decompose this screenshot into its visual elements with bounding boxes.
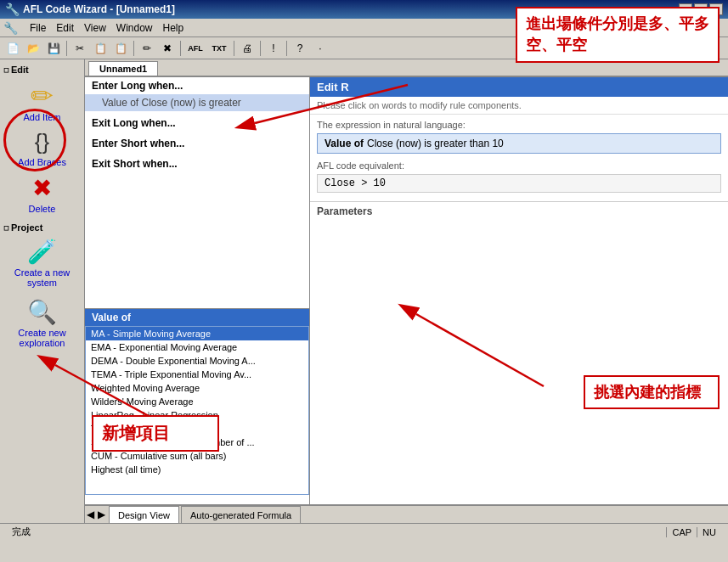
callout-bottom-left: 新增項目 [92,415,219,452]
menu-help[interactable]: Help [158,20,189,36]
sidebar-item-add-item[interactable]: ✏ Add Item [4,76,81,126]
status-right: CAP NU [666,527,721,537]
menu-view[interactable]: View [79,20,111,36]
right-panel: Edit R Please click on words to modify r… [310,77,728,504]
section-edit-triangle: ◻ [3,66,9,74]
value-item-tema[interactable]: TEMA - Triple Exponential Moving Av... [86,368,308,381]
toolbar-sep-5 [260,41,261,56]
menu-edit[interactable]: Edit [51,20,79,36]
section-project-triangle: ◻ [3,224,9,232]
tree-exit-long[interactable]: Exit Long when... [85,115,309,132]
braces-icon: {} [35,129,49,155]
menu-app-icon: 🔧 [3,21,18,35]
copy-button[interactable]: 📋 [91,40,110,57]
window-title: AFL Code Wizard - [Unnamed1] [23,3,175,15]
callout-bottom-right: 挑選內建的指標 [584,375,720,409]
expression-bold-part: Value of [324,138,364,149]
section-project-label: Project [11,222,42,233]
tab-auto-formula[interactable]: Auto-generated Formula [181,506,301,523]
help-button[interactable]: ? [291,40,309,57]
tree-enter-long[interactable]: Enter Long when... [85,77,309,94]
value-item-ema[interactable]: EMA - Exponential Moving Average [86,340,308,354]
flask-icon: 🧪 [27,238,57,266]
tab-design-view[interactable]: Design View [109,506,179,523]
toolbar-sep-1 [66,41,67,56]
value-item-ma[interactable]: MA - Simple Moving Average [86,327,308,340]
menu-window[interactable]: Window [111,20,158,36]
edit-rule-subtitle: Please click on words to modify rule com… [310,97,728,115]
add-item-label: Add Item [23,112,60,122]
tab-unnamed1[interactable]: Unnamed1 [88,61,158,76]
app-icon: 🔧 [5,3,20,16]
search-icon: 🔍 [27,298,57,326]
section-project-header: ◻ Project [0,221,84,234]
value-item-wma[interactable]: Weighted Moving Average [86,381,308,395]
tree-value-close[interactable]: Value of Close (now) is greater [85,94,309,111]
open-button[interactable]: 📂 [24,40,42,57]
status-cap: CAP [666,527,697,537]
content-area: Unnamed1 Enter Long when... Value of Clo… [85,59,728,523]
expression-rest: Close (now) is greater than 10 [367,138,504,149]
delete-button[interactable]: ✖ [158,40,177,57]
section-edit-header: ◻ Edit [0,63,84,76]
afl-box: Close > 10 [317,174,721,193]
pen-button[interactable]: ✏ [138,40,156,57]
menu-file[interactable]: File [25,20,51,36]
tab-unnamed1-label: Unnamed1 [99,64,147,74]
print-button[interactable]: 🖨 [238,40,257,57]
txt-button[interactable]: TXT [208,40,230,57]
sidebar-item-new-exploration[interactable]: 🔍 Create new exploration [4,295,81,351]
toolbar-sep-3 [180,41,181,56]
parameters-label: Parameters [317,205,372,217]
afl-button[interactable]: AFL [184,40,206,57]
value-list-header: Value of [85,309,309,326]
afl-label: AFL code equivalent: [310,155,728,172]
add-braces-label: Add Braces [18,157,66,167]
exclaim-button[interactable]: ! [264,40,283,57]
sidebar-item-new-system[interactable]: 🧪 Create a new system [4,234,81,291]
edit-rule-header: Edit R [310,77,728,97]
status-bar: 完成 CAP NU [0,523,728,540]
tab-nav-prev[interactable]: ◀ [87,509,94,520]
dot-button[interactable]: · [311,40,330,57]
paste-button[interactable]: 📋 [111,40,130,57]
tab-nav-next[interactable]: ▶ [98,509,105,520]
delete-label: Delete [29,204,56,214]
sidebar-item-delete[interactable]: ✖ Delete [4,171,81,217]
callout-top-right: 進出場條件分別是多、平多空、平空 [516,7,720,63]
pencil-icon: ✏ [31,81,54,111]
tree-enter-short[interactable]: Enter Short when... [85,135,309,152]
bottom-tabs: ◀ ▶ Design View Auto-generated Formula [85,504,728,523]
value-list[interactable]: MA - Simple Moving Average EMA - Exponen… [85,326,309,495]
toolbar-sep-2 [133,41,134,56]
status-text: 完成 [7,525,36,538]
value-item-dema[interactable]: DEMA - Double Exponential Moving A... [86,354,308,368]
toolbar-sep-6 [286,41,287,56]
delete-icon: ✖ [32,174,52,202]
sidebar-item-add-braces[interactable]: {} Add Braces [4,126,81,171]
cut-button[interactable]: ✂ [71,40,89,57]
expression-box[interactable]: Value of Close (now) is greater than 10 [317,133,721,154]
sidebar: ◻ Edit ✏ Add Item {} Add Braces ✖ Delete… [0,59,85,523]
tree-exit-short[interactable]: Exit Short when... [85,155,309,172]
toolbar-sep-4 [234,41,234,56]
expression-label: The expression in natural language: [310,115,728,132]
value-item-wilders[interactable]: Wilders' Moving Average [86,395,308,408]
save-button[interactable]: 💾 [44,40,63,57]
status-num: NU [697,527,721,537]
value-item-highest[interactable]: Highest (all time) [86,463,308,476]
new-system-label: Create a new system [6,267,79,288]
new-button[interactable]: 📄 [3,40,22,57]
new-exploration-label: Create new exploration [6,328,79,348]
section-edit-label: Edit [11,65,29,75]
